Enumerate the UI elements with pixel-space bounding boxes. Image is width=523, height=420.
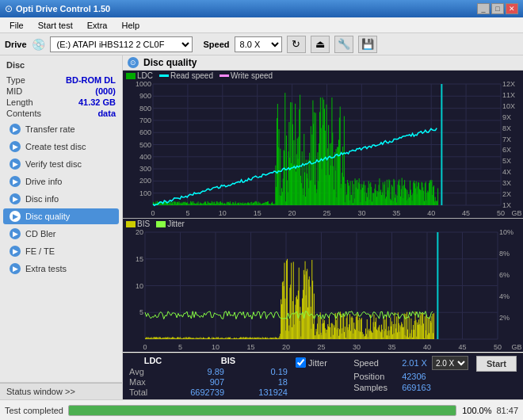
- disc-section-label: Disc: [0, 59, 122, 73]
- sidebar-btn-drive-info[interactable]: ▶ Drive info: [3, 174, 119, 189]
- titlebar: ⊙ Opti Drive Control 1.50 _ □ ✕: [0, 0, 523, 17]
- max-bis: 18: [256, 377, 288, 387]
- lower-chart-canvas: [123, 229, 523, 352]
- bis-legend-box: [126, 221, 136, 227]
- verify-test-disc-icon: ▶: [10, 158, 21, 170]
- refresh-button[interactable]: ↻: [287, 36, 306, 53]
- disc-quality-header: ⊙ Disc quality: [123, 55, 523, 71]
- status-window-label: Status window >>: [6, 387, 75, 396]
- disc-info-panel: Type BD-ROM DL MID (000) Length 41.32 GB…: [0, 73, 122, 120]
- disc-quality-title: Disc quality: [143, 57, 197, 68]
- fe-te-label: FE / TE: [25, 246, 55, 256]
- status-time: 81:47: [496, 406, 518, 415]
- sidebar-btn-fe-te[interactable]: ▶ FE / TE: [3, 243, 119, 259]
- upper-legend: LDC Read speed Write speed: [123, 71, 523, 81]
- read-speed-legend-box: [159, 74, 169, 77]
- upper-chart-canvas: [123, 81, 523, 218]
- start-button[interactable]: Start: [476, 356, 517, 372]
- disc-info-icon: ▶: [10, 193, 21, 204]
- type-label: Type: [6, 75, 25, 85]
- disc-quality-label: Disc quality: [25, 212, 70, 221]
- sidebar-btn-create-test-disc[interactable]: ▶ Create test disc: [3, 139, 119, 155]
- maximize-button[interactable]: □: [491, 3, 504, 14]
- disc-quality-header-icon: ⊙: [128, 57, 139, 68]
- jitter-legend: Jitter: [156, 220, 185, 228]
- progress-percent: 100.0%: [461, 406, 491, 415]
- avg-bis: 0.19: [256, 367, 288, 376]
- drive-label: Drive: [5, 40, 27, 49]
- cd-bler-label: CD Bler: [25, 229, 56, 239]
- progress-bar-fill: [69, 406, 456, 415]
- drive-select[interactable]: (E:) ATAPI iHBS112 2 CL0F: [50, 36, 193, 52]
- drivebar: Drive 💿 (E:) ATAPI iHBS112 2 CL0F Speed …: [0, 33, 523, 55]
- sidebar-btn-extra-tests[interactable]: ▶ Extra tests: [3, 261, 119, 277]
- fe-te-icon: ▶: [10, 246, 21, 257]
- lower-legend: BIS Jitter: [123, 219, 523, 229]
- drive-info-label: Drive info: [25, 177, 62, 186]
- jitter-legend-box: [156, 221, 166, 227]
- menu-file[interactable]: File: [3, 19, 30, 32]
- position-value: 42306: [402, 372, 426, 381]
- status-text: Test completed: [5, 406, 63, 415]
- eject-button[interactable]: ⏏: [311, 36, 330, 53]
- bis-legend: BIS: [126, 220, 150, 228]
- ldc-header: LDC: [129, 356, 177, 365]
- bis-header: BIS: [208, 356, 248, 365]
- speed-stat-select[interactable]: 2.0 X: [432, 356, 468, 370]
- sidebar-btn-cd-bler[interactable]: ▶ CD Bler: [3, 226, 119, 242]
- sidebar-btn-disc-info[interactable]: ▶ Disc info: [3, 191, 119, 207]
- write-speed-legend: Write speed: [220, 71, 273, 80]
- mid-label: MID: [6, 86, 22, 96]
- upper-chart-container: LDC Read speed Write speed: [123, 71, 523, 219]
- speed-select[interactable]: 8.0 X: [235, 36, 282, 52]
- settings-button[interactable]: 🔧: [334, 36, 353, 53]
- sidebar-btn-verify-test-disc[interactable]: ▶ Verify test disc: [3, 156, 119, 172]
- save-button[interactable]: 💾: [358, 36, 377, 53]
- menubar: File Start test Extra Help: [0, 17, 523, 33]
- create-test-disc-label: Create test disc: [25, 142, 86, 151]
- close-button[interactable]: ✕: [506, 3, 518, 14]
- write-speed-legend-label: Write speed: [231, 71, 273, 80]
- menu-help[interactable]: Help: [115, 19, 146, 32]
- menu-extra[interactable]: Extra: [81, 19, 114, 32]
- stats-total-row: Total 6692739 131924: [129, 388, 288, 397]
- mid-value: (000): [95, 86, 116, 96]
- bis-legend-label: BIS: [137, 220, 150, 228]
- jitter-legend-label: Jitter: [167, 220, 185, 228]
- app-title: Opti Drive Control 1.50: [16, 4, 477, 13]
- sidebar: Disc Type BD-ROM DL MID (000) Length 41.…: [0, 55, 123, 399]
- app-icon: ⊙: [5, 3, 13, 14]
- stats-max-row: Max 907 18: [129, 377, 288, 388]
- samples-value: 669163: [402, 383, 431, 392]
- menu-start-test[interactable]: Start test: [32, 19, 79, 32]
- contents-label: Contents: [6, 109, 41, 118]
- disc-quality-icon: ▶: [10, 211, 21, 222]
- ldc-legend-label: LDC: [137, 71, 153, 80]
- speed-stat-label: Speed: [353, 358, 397, 368]
- length-value: 41.32 GB: [78, 97, 116, 107]
- stats-right-panel: Speed 2.01 X 2.0 X Position 42306 Sample…: [353, 356, 468, 392]
- ldc-legend-box: [126, 73, 136, 79]
- start-button-container: Start: [476, 356, 517, 372]
- max-ldc: 907: [185, 377, 224, 387]
- contents-value: data: [97, 109, 116, 118]
- progress-bar: [68, 405, 456, 416]
- charts-area: LDC Read speed Write speed: [123, 71, 523, 399]
- total-bis: 131924: [256, 388, 288, 397]
- transfer-rate-label: Transfer rate: [25, 124, 75, 134]
- drive-icon: 💿: [32, 38, 45, 51]
- drive-info-icon: ▶: [10, 176, 21, 187]
- length-label: Length: [6, 97, 33, 107]
- sidebar-btn-disc-quality[interactable]: ▶ Disc quality: [3, 208, 119, 224]
- disc-info-label: Disc info: [25, 194, 59, 204]
- sidebar-btn-transfer-rate[interactable]: ▶ Transfer rate: [3, 121, 119, 137]
- position-label: Position: [353, 372, 397, 381]
- status-window-button[interactable]: Status window >>: [0, 383, 122, 399]
- samples-label: Samples: [353, 383, 397, 392]
- jitter-checkbox[interactable]: [296, 357, 306, 368]
- sidebar-bottom: Status window >>: [0, 382, 122, 399]
- extra-tests-icon: ▶: [10, 263, 21, 274]
- stats-ldc-bis: LDC BIS Avg 9.89 0.19 Max 907 18 Total: [129, 356, 288, 397]
- jitter-label[interactable]: Jitter: [296, 357, 327, 368]
- minimize-button[interactable]: _: [477, 3, 490, 14]
